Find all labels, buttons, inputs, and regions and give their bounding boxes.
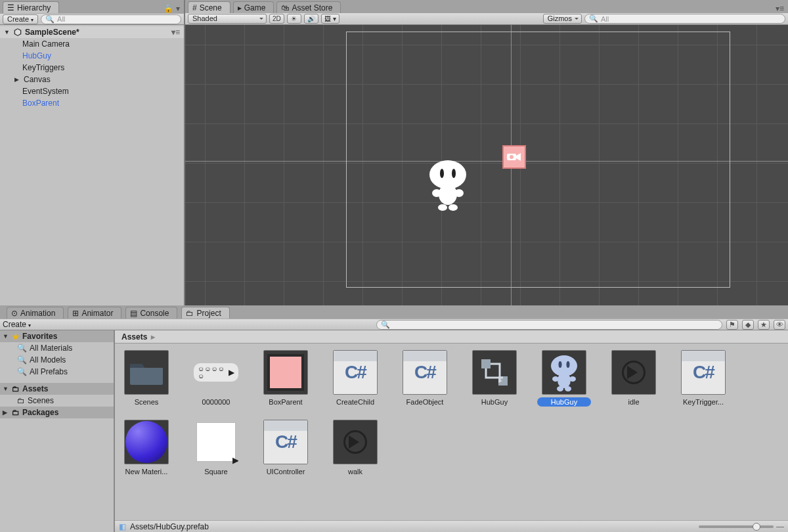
asset-folder-item[interactable]: 🗀Scenes	[0, 395, 114, 407]
asset-thumb	[611, 350, 656, 395]
hierarchy-panel: ☰ Hierarchy 🔒 ▾ Create ▾ 🔍 All ▼	[0, 0, 185, 305]
gizmos-dropdown[interactable]: Gizmos	[543, 14, 582, 24]
packages-row[interactable]: ▶🗀Packages	[0, 407, 114, 418]
asset-label: idle	[607, 397, 661, 407]
tab-scene[interactable]: #Scene	[188, 1, 230, 13]
svg-point-7	[449, 204, 458, 211]
thumbnail-size-slider[interactable]: —	[699, 522, 784, 531]
tab-console[interactable]: ▤Console	[125, 307, 177, 319]
hierarchy-item[interactable]: ▶Canvas	[0, 74, 184, 85]
asset-item[interactable]: C#KeyTrigger...	[680, 350, 727, 407]
asset-label: 0000000	[189, 397, 243, 407]
shading-dropdown[interactable]: Shaded	[188, 14, 267, 24]
filter-type-button[interactable]: ◆	[742, 320, 754, 330]
lower-tabrow: ⊙Animation ⊞Animator ▤Console 🗀Project	[0, 305, 788, 319]
fold-icon[interactable]: ▼	[4, 29, 11, 35]
breadcrumb-label: Assets	[121, 332, 147, 342]
asset-label: UIController	[259, 467, 313, 476]
asset-item[interactable]: BoxParent	[262, 350, 309, 407]
fold-icon[interactable]: ▶	[14, 76, 21, 83]
hierarchy-toolbar: Create ▾ 🔍 All	[0, 13, 184, 25]
asset-item[interactable]: ☺☺☺☺☺▶0000000	[192, 350, 240, 407]
lock-icon[interactable]: 🔒	[164, 4, 173, 13]
menu-icon[interactable]: ▾	[176, 4, 180, 13]
hierarchy-item[interactable]: HubGuy	[0, 50, 184, 62]
asset-thumb	[124, 350, 169, 395]
hierarchy-item[interactable]: KeyTriggers	[0, 62, 184, 74]
asset-item[interactable]: walk	[332, 420, 379, 476]
favorite-item[interactable]: 🔍All Materials	[0, 342, 114, 354]
favorite-label: All Materials	[30, 344, 72, 353]
tab-game-label: Game	[244, 3, 266, 12]
project-create-button[interactable]: Create ▾	[3, 320, 31, 329]
breadcrumb[interactable]: Assets▸	[115, 330, 788, 344]
asset-item[interactable]: C#FadeObject	[401, 350, 449, 407]
fold-icon[interactable]: ▼	[3, 333, 9, 340]
chevron-down-icon: ▾	[28, 322, 31, 328]
hierarchy-tree: ▼ SampleScene* ▾≡ Main CameraHubGuyKeyTr…	[0, 25, 184, 305]
hidden-button[interactable]: 👁	[774, 320, 785, 330]
tab-asset-store[interactable]: 🛍Asset Store	[276, 1, 341, 13]
favorite-button[interactable]: ★	[758, 320, 770, 330]
console-icon: ▤	[130, 309, 137, 318]
scene-menu-icon[interactable]: ▾≡	[171, 28, 184, 37]
asset-item[interactable]: Scenes	[123, 350, 170, 407]
toggle-fx[interactable]: 🖼 ▾	[321, 14, 339, 24]
tab-console-label: Console	[140, 309, 169, 318]
asset-item[interactable]: New Materi...	[123, 420, 170, 476]
asset-label: KeyTrigger...	[676, 397, 730, 407]
favorite-item[interactable]: 🔍All Prefabs	[0, 366, 114, 378]
tab-hierarchy[interactable]: ☰ Hierarchy	[3, 1, 59, 13]
project-icon: 🗀	[186, 309, 194, 318]
asset-thumb	[542, 350, 586, 395]
hierarchy-item-label: EventSystem	[22, 87, 69, 96]
filter-button[interactable]: ⚑	[726, 320, 738, 330]
tab-animation[interactable]: ⊙Animation	[7, 307, 64, 319]
project-search[interactable]: 🔍	[376, 320, 722, 330]
status-bar: ◧ Assets/HubGuy.prefab —	[115, 520, 788, 532]
scene-search[interactable]: 🔍All	[584, 14, 785, 24]
animator-icon: ⊞	[72, 309, 79, 318]
scene-row[interactable]: ▼ SampleScene* ▾≡	[0, 26, 184, 38]
menu-icon[interactable]: ▾≡	[776, 4, 784, 13]
hubguy-sprite[interactable]	[425, 156, 471, 212]
svg-point-6	[438, 204, 447, 211]
toggle-lighting[interactable]: ☀	[287, 14, 301, 24]
toggle-2d[interactable]: 2D	[269, 14, 284, 24]
search-icon: 🔍	[381, 321, 390, 329]
project-body: ▼★Favorites 🔍All Materials🔍All Models🔍Al…	[0, 330, 788, 532]
hierarchy-item-label: Main Camera	[22, 39, 70, 49]
asset-item[interactable]: C#UIController	[262, 420, 309, 476]
asset-thumb	[333, 420, 378, 464]
hierarchy-search[interactable]: 🔍 All	[41, 14, 181, 24]
prefab-icon: ◧	[119, 522, 126, 531]
search-icon: 🔍	[17, 367, 27, 376]
tab-animator[interactable]: ⊞Animator	[68, 307, 121, 319]
asset-label: New Materi...	[120, 467, 173, 476]
tab-project[interactable]: 🗀Project	[181, 307, 229, 319]
toggle-audio[interactable]: 🔊	[304, 14, 318, 24]
asset-item[interactable]: idle	[610, 350, 657, 407]
favorite-label: All Prefabs	[30, 367, 68, 376]
fold-icon[interactable]: ▼	[3, 386, 9, 392]
create-button[interactable]: Create ▾	[3, 14, 38, 24]
search-icon: 🔍	[589, 14, 598, 23]
scene-viewport[interactable]	[185, 25, 788, 305]
hierarchy-dock: 🔒 ▾	[164, 4, 184, 13]
camera-gizmo[interactable]	[502, 145, 526, 169]
asset-item[interactable]: HubGuy	[471, 350, 518, 407]
tab-game[interactable]: ▸Game	[233, 1, 274, 13]
tab-animation-label: Animation	[20, 309, 55, 318]
favorites-row[interactable]: ▼★Favorites	[0, 330, 114, 342]
project-tree: ▼★Favorites 🔍All Materials🔍All Models🔍Al…	[0, 330, 115, 532]
asset-item[interactable]: ▶Square	[192, 420, 240, 476]
hierarchy-item[interactable]: Main Camera	[0, 38, 184, 50]
asset-item[interactable]: HubGuy	[540, 350, 588, 407]
hierarchy-item[interactable]: EventSystem	[0, 85, 184, 97]
asset-item[interactable]: C#CreateChild	[332, 350, 379, 407]
assets-row[interactable]: ▼🗀Assets	[0, 383, 114, 395]
search-icon: 🔍	[17, 355, 27, 365]
fold-icon[interactable]: ▶	[3, 409, 9, 416]
hierarchy-item[interactable]: BoxParent	[0, 97, 184, 109]
favorite-item[interactable]: 🔍All Models	[0, 354, 114, 366]
